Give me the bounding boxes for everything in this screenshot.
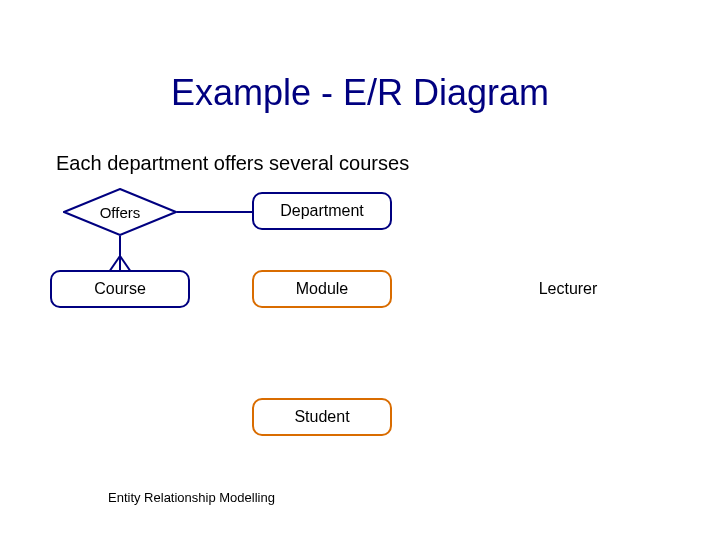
entity-lecturer: Lecturer bbox=[498, 270, 638, 308]
entity-course: Course bbox=[50, 270, 190, 308]
slide-subtitle: Each department offers several courses bbox=[56, 152, 409, 175]
entity-label: Course bbox=[94, 280, 146, 298]
entity-label: Department bbox=[280, 202, 364, 220]
entity-department: Department bbox=[252, 192, 392, 230]
entity-label: Module bbox=[296, 280, 348, 298]
relationship-label: Offers bbox=[63, 188, 177, 236]
relationship-offers: Offers bbox=[63, 188, 177, 236]
slide-title: Example - E/R Diagram bbox=[0, 72, 720, 114]
edge-offers-department bbox=[177, 211, 254, 213]
slide-footer: Entity Relationship Modelling bbox=[108, 490, 275, 505]
entity-label: Lecturer bbox=[539, 280, 598, 298]
entity-student: Student bbox=[252, 398, 392, 436]
entity-module: Module bbox=[252, 270, 392, 308]
entity-label: Student bbox=[294, 408, 349, 426]
